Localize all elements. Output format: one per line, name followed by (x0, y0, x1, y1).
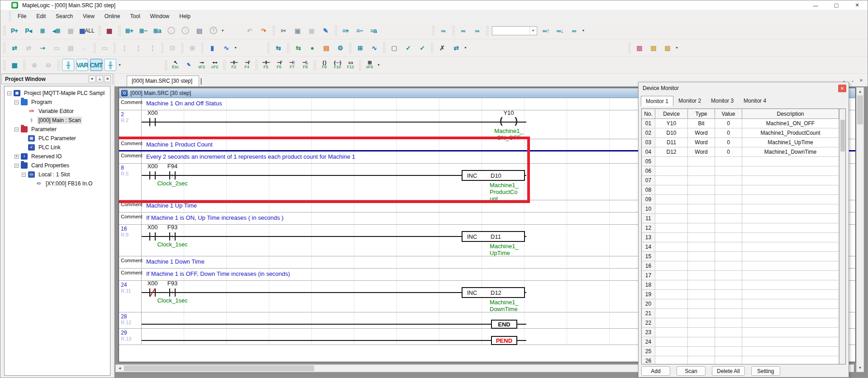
tree-item-plc-link[interactable]: ✓PLC Link (5, 143, 110, 152)
monitor-row[interactable]: 20 (642, 299, 839, 309)
monitor-row[interactable]: 22 (642, 318, 839, 328)
contact-nc-icon[interactable]: ⊣∕F4 (241, 59, 253, 71)
redo-icon[interactable]: ↷ (258, 24, 270, 37)
edit-pen-icon[interactable]: ✎ (183, 59, 194, 71)
menu-window[interactable]: Window (145, 12, 175, 21)
device-monitor-icon[interactable]: ∞ (437, 24, 449, 37)
watch-monitor-icon[interactable]: ∞ (457, 24, 469, 37)
tree-expander-icon[interactable]: − (14, 164, 19, 168)
delete-all-button[interactable]: Delete All (712, 366, 745, 376)
monitor-tab-3[interactable]: Monitor 3 (706, 95, 739, 106)
dropdown-arrow-icon[interactable]: ▾ (463, 46, 468, 50)
compare-icon[interactable]: ⇄ (8, 42, 20, 54)
dropdown-arrow-icon[interactable]: ▾ (581, 28, 586, 33)
monitor-row[interactable]: 25 (642, 347, 839, 356)
tree-item-xy-000-fb16-in-o[interactable]: iO[XY:000] FB16 In.O (5, 179, 110, 188)
dropdown-arrow-icon[interactable]: ▾ (674, 46, 679, 50)
monitor-tab-4[interactable]: Monitor 4 (739, 95, 771, 106)
vertical-scroll-thumb[interactable] (857, 95, 863, 124)
monitor-row[interactable]: 05 (642, 157, 839, 166)
contact-x00-nc[interactable] (143, 287, 162, 298)
tree-item-variable-editor[interactable]: VRVariable Editor (5, 107, 110, 116)
copy-icon[interactable]: ▣ (291, 24, 304, 37)
add-button[interactable]: Add (641, 366, 670, 376)
monitor-scroll-thumb[interactable] (840, 120, 845, 151)
monitor-row[interactable]: 03D11Word0Machine1_UpTime (642, 138, 839, 147)
folder-compare-icon[interactable]: ▨ (633, 42, 645, 54)
coil-out-icon[interactable]: ( )F9 (319, 59, 330, 71)
falling-pulse-tool-icon[interactable]: ⊷cF2 (209, 59, 220, 71)
compare-skip-icon[interactable]: ⇄ (22, 42, 34, 54)
block-doc-icon[interactable]: ▤ (64, 42, 76, 54)
tree-item-000-main-scan[interactable]: ╫[000] Main : Scan (5, 116, 110, 125)
contact-x00[interactable] (143, 231, 162, 242)
contact-or-nc-icon[interactable]: ⊣∕F6 (273, 59, 285, 71)
contact-x00[interactable] (143, 117, 162, 128)
upload-icon[interactable]: ↑ (179, 24, 191, 37)
verify-all-icon[interactable]: ✓ (416, 42, 428, 54)
dropdown-arrow-icon[interactable]: ▾ (233, 46, 238, 50)
monitor-row[interactable]: 26 (642, 356, 839, 364)
trend-monitor-icon[interactable]: ∞ (471, 24, 483, 37)
edit-program-icon[interactable]: ≣ (36, 24, 48, 37)
send-icon[interactable]: ➝ (36, 42, 48, 54)
chart-view-icon[interactable]: ∿ (220, 42, 232, 54)
monitor-scrollbar[interactable] (839, 109, 845, 364)
device-monitor-close-icon[interactable]: ✕ (838, 85, 846, 92)
monitor-row[interactable]: 04D12Word0Machine1_DownTime (642, 147, 839, 157)
tree-item-program[interactable]: −Program (5, 98, 110, 107)
monitor-down-icon[interactable]: ∞↓ (554, 24, 566, 37)
delete-device-icon[interactable]: ✗ (436, 42, 448, 54)
monitor-row[interactable]: 18 (642, 280, 839, 290)
delete-item-icon[interactable]: ≣− (137, 24, 149, 37)
tree-item-project-mqtt-maple-plc-sampl[interactable]: −▣Project [MQTT-Maple PLC Sampl (5, 89, 110, 98)
maximize-button[interactable]: ▢ (826, 0, 847, 10)
monitor-row[interactable]: 21 (642, 309, 839, 318)
verify-program-icon[interactable]: ✓ (402, 42, 414, 54)
revert-icon[interactable]: ← (78, 42, 91, 54)
comment-text[interactable]: If Machine 1 is OFF, Down Time increases… (146, 270, 290, 277)
device-table-icon[interactable]: ⊞ (354, 42, 366, 54)
view-comments-icon[interactable]: CMT (90, 59, 102, 71)
tree-item-local-1-slot[interactable]: −▭Local : 1 Slot (5, 170, 110, 179)
import-program-icon[interactable]: ◂≣ (50, 24, 62, 37)
marker-2-icon[interactable]: ¦ (132, 42, 144, 54)
instruction-end[interactable]: END (491, 320, 517, 329)
block-mode-icon[interactable]: ▮ (206, 42, 218, 54)
monitor-row[interactable]: 14 (642, 242, 839, 252)
save-icon[interactable]: ▦ (64, 24, 76, 37)
monitor-row[interactable]: 24 (642, 337, 839, 347)
tree-expander-icon[interactable]: − (14, 128, 19, 132)
monitor-tab-2[interactable]: Monitor 2 (673, 95, 706, 106)
online-mode-icon[interactable]: ● (306, 42, 318, 54)
coil-set-icon[interactable]: (⋯)F10 (332, 59, 343, 71)
monitor-row[interactable]: 15 (642, 252, 839, 261)
select-mode-icon[interactable]: ↖Esc (170, 59, 181, 71)
rising-pulse-tool-icon[interactable]: ⊸sF2 (196, 59, 207, 71)
project-window-pin-icon[interactable]: ⊥ (96, 76, 103, 82)
tab-close-icon[interactable]: ✕ (858, 77, 865, 84)
io-view-icon[interactable]: ⊡ (166, 42, 178, 54)
coil-y10[interactable]: () (499, 116, 519, 128)
undo-icon[interactable]: ↶ (243, 24, 256, 37)
menu-online[interactable]: Online (100, 12, 125, 21)
plc-settings-icon[interactable]: ⚙ (334, 42, 346, 54)
contact-f93[interactable]: ↑ (163, 287, 181, 298)
monitor-row[interactable]: 23 (642, 328, 839, 337)
tree-item-reserved-io[interactable]: +!Reserved IO (5, 152, 110, 161)
monitor-row[interactable]: 16 (642, 261, 839, 271)
view-variables-icon[interactable]: VAR (76, 59, 88, 71)
monitor-row[interactable]: 11 (642, 214, 839, 223)
insert-line-icon[interactable]: ≡+ (339, 24, 352, 37)
compile-icon[interactable]: ▤ (320, 42, 332, 54)
monitor-row[interactable]: 08 (642, 185, 839, 195)
comment-text[interactable]: Every 2 seconds an increment of 1 repres… (146, 153, 355, 160)
instruction-inc-d12[interactable]: INCD12 (462, 287, 525, 298)
contact-f94[interactable]: ↑ (163, 170, 181, 181)
contact-x00[interactable] (143, 170, 162, 181)
monitor-up-icon[interactable]: ∞↑ (540, 24, 552, 37)
comment-text[interactable]: Machine 1 On and Off Status (146, 100, 222, 107)
tree-expander-icon[interactable]: − (14, 100, 19, 104)
project-window-dropdown-icon[interactable]: ▾ (89, 76, 95, 82)
folder-new-icon[interactable]: ▨ (647, 42, 659, 54)
